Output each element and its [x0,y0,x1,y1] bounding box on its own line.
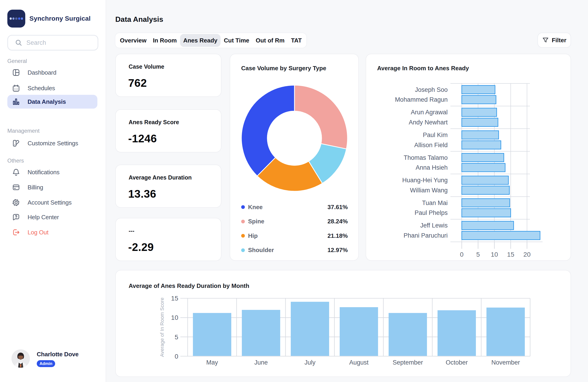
sidebar-item-label: Schedules [28,85,55,92]
tab-cut-time[interactable]: Cut Time [220,34,252,47]
avatar [11,349,30,368]
svg-text:Anna Hsieh: Anna Hsieh [416,164,448,171]
sidebar-item-account-settings[interactable]: Account Settings [7,196,97,209]
page-title: Data Analysis [115,15,163,24]
billing-icon [12,183,20,191]
user-name: Charlotte Dove [37,351,79,358]
svg-text:0: 0 [175,353,178,360]
legend-dot [241,220,245,223]
nav-section-label: General [7,57,27,66]
legend-dot [241,234,245,238]
legend-value: 21.18% [328,232,348,240]
nav-section-label: Others [7,156,24,165]
sidebar-item-schedules[interactable]: Schedules [7,81,97,95]
tab-out-of-rm[interactable]: Out of Rm [252,34,288,47]
legend-value: 12.97% [328,246,348,254]
svg-text:5: 5 [175,334,178,341]
filter-button[interactable]: Filter [537,33,571,48]
svg-text:Phani Paruchuri: Phani Paruchuri [403,232,448,239]
sidebar-item-billing[interactable]: Billing [7,181,97,194]
svg-text:Joseph Soo: Joseph Soo [415,86,448,93]
log-out-icon [12,228,20,237]
legend-dot [241,205,245,209]
stat-card-average-anes-duration: Average Anes Duration13.36 [115,165,221,208]
sidebar-item-help-center[interactable]: Help Center [7,210,97,224]
tab-tat[interactable]: TAT [288,34,305,47]
stat-value: 762 [128,77,147,89]
stat-card-case-volume: Case Volume762 [115,54,221,97]
sidebar-item-data-analysis[interactable]: Data Analysis [7,95,97,109]
data-analysis-icon [12,98,20,106]
svg-text:0: 0 [460,251,464,258]
svg-text:Huang-Hei Yung: Huang-Hei Yung [402,177,448,184]
svg-text:Mohammed Ragun: Mohammed Ragun [395,96,448,103]
filter-icon [542,37,549,44]
svg-text:August: August [349,359,369,366]
search-box[interactable] [7,35,98,51]
stat-label: --- [129,227,134,234]
sidebar-item-notifications[interactable]: Notifications [7,165,97,179]
brand-logo-icon [7,10,25,28]
svg-text:15: 15 [171,295,178,302]
sidebar-item-label: Notifications [28,169,60,176]
svg-text:October: October [446,359,468,366]
svg-text:10: 10 [171,314,178,321]
sidebar-item-customize-settings[interactable]: Customize Settings [7,136,97,150]
user-role-badge: Admin [37,360,55,367]
svg-text:Paul Kim: Paul Kim [423,132,448,139]
legend-item-spine: Spine28.24% [241,217,348,226]
tab-in-room[interactable]: In Room [150,34,180,47]
search-input[interactable] [26,39,86,46]
svg-text:Allison Field: Allison Field [414,142,448,149]
legend-label: Shoulder [248,246,274,254]
sidebar-item-label: Dashboard [28,69,56,76]
dashboard-icon [12,68,20,77]
legend-value: 28.24% [328,218,348,225]
svg-text:Paul Phelps: Paul Phelps [415,209,448,216]
customize-settings-icon [12,139,20,147]
user-profile[interactable]: Charlotte Dove Admin [11,349,79,368]
stat-card--: ----2.29 [115,218,221,261]
sidebar-item-label: Help Center [28,214,59,221]
help-center-icon [12,213,20,221]
svg-text:Jeff Lewis: Jeff Lewis [420,222,448,229]
sidebar-item-label: Account Settings [28,199,72,206]
svg-text:May: May [206,359,218,366]
search-icon [15,39,22,46]
notifications-icon [12,168,20,176]
tab-overview[interactable]: Overview [117,34,150,47]
anes-ready-by-month-card: Average of Anes Ready Duration by Month … [115,270,571,377]
legend-label: Spine [248,218,264,225]
svg-text:Thomas Talamo: Thomas Talamo [403,154,448,161]
tab-bar: OverviewIn RoomAnes ReadyCut TimeOut of … [115,33,307,48]
svg-text:Arun Agrawal: Arun Agrawal [411,109,448,116]
stat-value: -2.29 [128,241,154,253]
surgeon-bar-chart: 05101520Joseph SooMohammed RagunArun Agr… [366,54,571,261]
schedules-icon [12,84,20,92]
month-bar-chart: 051015MayJuneJulyAugustSeptemberOctoberN… [116,270,571,377]
svg-text:June: June [254,359,268,366]
legend-item-shoulder: Shoulder12.97% [241,246,348,254]
sidebar-item-log-out[interactable]: Log Out [7,225,97,239]
svg-text:July: July [304,359,315,366]
legend-label: Knee [248,204,263,211]
stat-label: Case Volume [129,63,164,70]
sidebar-item-label: Customize Settings [28,140,78,147]
svg-text:Andy Newhart: Andy Newhart [409,119,448,126]
sidebar-item-label: Data Analysis [28,98,66,105]
svg-text:5: 5 [476,251,480,258]
stat-value: -1246 [128,132,157,145]
sidebar-item-label: Log Out [28,229,48,236]
svg-text:November: November [491,359,520,366]
svg-text:William Wang: William Wang [410,187,448,194]
brand-name: Synchrony Surgical [29,15,91,22]
tab-anes-ready[interactable]: Anes Ready [180,34,221,47]
legend-label: Hip [248,232,258,240]
in-room-to-anes-ready-card: Average In Room to Anes Ready 05101520Jo… [366,54,571,261]
svg-text:10: 10 [491,251,498,258]
nav-section-label: Management [7,126,40,136]
svg-text:Average of In Room Score: Average of In Room Score [159,298,165,357]
svg-text:Tuan Mai: Tuan Mai [422,200,448,206]
legend-value: 37.61% [328,204,348,211]
sidebar-item-dashboard[interactable]: Dashboard [7,66,97,80]
